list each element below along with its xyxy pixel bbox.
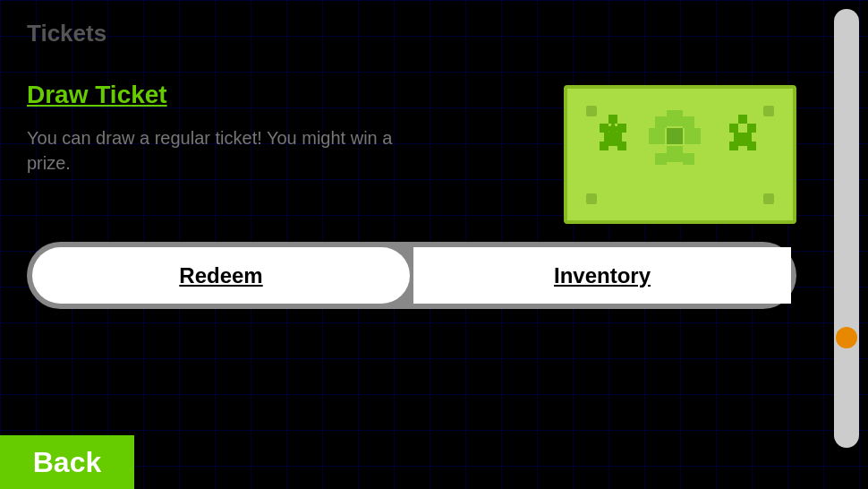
scrollbar-track[interactable] (834, 9, 859, 448)
svg-rect-1 (608, 115, 617, 124)
svg-rect-24 (586, 106, 597, 116)
item-title: Draw Ticket (27, 81, 167, 109)
svg-rect-10 (649, 128, 665, 144)
svg-rect-17 (738, 115, 747, 124)
inventory-button[interactable]: Inventory (413, 247, 791, 304)
scrollbar-thumb[interactable] (836, 327, 857, 348)
svg-rect-11 (685, 128, 701, 144)
svg-rect-15 (655, 153, 667, 165)
svg-rect-2 (600, 124, 608, 133)
item-description: You can draw a regular ticket! You might… (27, 125, 403, 176)
svg-rect-25 (763, 106, 774, 116)
svg-rect-18 (729, 124, 738, 133)
svg-rect-3 (617, 124, 626, 133)
svg-rect-7 (617, 142, 626, 150)
svg-rect-23 (747, 142, 756, 150)
svg-rect-12 (667, 128, 683, 144)
svg-rect-22 (729, 142, 738, 150)
svg-rect-13 (655, 116, 667, 128)
svg-rect-26 (586, 193, 597, 204)
svg-rect-19 (747, 124, 756, 133)
page-title: Tickets (27, 20, 106, 47)
ticket-image (564, 85, 796, 224)
svg-rect-6 (600, 142, 608, 150)
svg-rect-8 (667, 110, 683, 126)
back-button[interactable]: Back (0, 435, 134, 489)
buttons-container: Redeem Inventory (27, 242, 796, 309)
svg-rect-9 (667, 146, 683, 162)
svg-rect-27 (763, 193, 774, 204)
svg-rect-14 (683, 116, 694, 128)
svg-rect-16 (683, 153, 694, 165)
ticket-art-svg (582, 101, 779, 209)
redeem-button[interactable]: Redeem (32, 247, 410, 304)
